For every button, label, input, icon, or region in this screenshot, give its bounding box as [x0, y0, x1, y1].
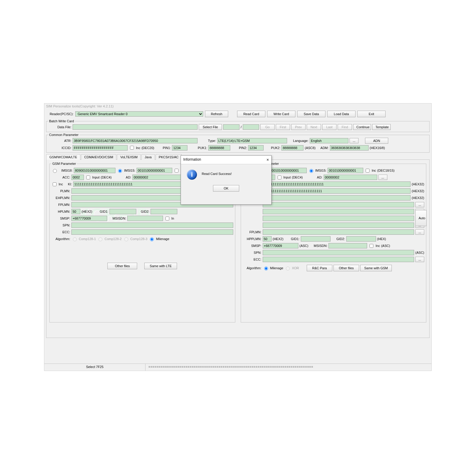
puk2-input[interactable]	[281, 145, 303, 151]
lte-fplmn-more-button[interactable]: ...	[415, 229, 424, 235]
save-data-button[interactable]: Save Data	[297, 111, 325, 117]
template-button[interactable]: Template	[372, 124, 391, 130]
gsm-ki-inc-checkbox[interactable]	[53, 182, 57, 186]
tab-java[interactable]: Java	[141, 154, 155, 160]
puk1-label: PUK1:	[189, 146, 207, 150]
lte-msisdn-input[interactable]	[328, 243, 367, 248]
gsm-ad-input[interactable]	[132, 175, 183, 180]
gsm-msisdn-inc-checkbox[interactable]	[165, 217, 169, 220]
iccid-inc-checkbox[interactable]	[130, 146, 134, 150]
gsm-comp128-2-radio[interactable]	[98, 237, 102, 241]
pin2-input[interactable]	[248, 145, 264, 151]
lte-msisdn-inc-checkbox[interactable]	[369, 244, 373, 248]
gsm-hplmn-label: HPLMN:	[51, 210, 70, 213]
gsm-hplmn-input[interactable]	[71, 209, 80, 214]
lte-other-files-button[interactable]: Other files	[333, 265, 359, 271]
lte-imsi15-label: IMSI15:	[315, 169, 327, 172]
lte-imsi15-radio[interactable]	[309, 169, 313, 173]
next-button[interactable]: Next	[307, 124, 321, 130]
tab-gsm-wcdma-lte[interactable]: GSM/WCDMA/LTE	[46, 154, 80, 160]
lte-blank2-input[interactable]	[263, 202, 414, 207]
gsm-input-checkbox[interactable]	[86, 176, 90, 179]
gsm-milenage-radio[interactable]	[150, 237, 154, 241]
first-button[interactable]: First	[276, 124, 290, 130]
lte-blank1-input[interactable]	[263, 195, 411, 201]
language-more-button[interactable]: ...	[350, 138, 358, 143]
lte-same-with-gsm-button[interactable]: Same with GSM	[360, 265, 392, 271]
gsm-spn-input[interactable]	[71, 223, 233, 228]
lte-ad-input[interactable]	[324, 175, 377, 180]
dialog-close-button[interactable]: ×	[267, 157, 269, 162]
adn-button[interactable]: ADN	[365, 138, 388, 144]
reader-select[interactable]: Generic EMV Smartcard Reader 0	[75, 111, 203, 117]
lte-opc-input[interactable]	[263, 188, 411, 194]
gsm-imsi18-radio[interactable]	[53, 169, 57, 173]
tab-pkcs15-ac[interactable]: PKCS#15/AC	[156, 154, 182, 160]
gsm-same-with-lte-button[interactable]: Same with LTE	[144, 263, 177, 269]
type-input[interactable]	[217, 138, 287, 143]
write-card-button[interactable]: Write Card	[267, 111, 295, 117]
lte-imsi15-input[interactable]	[328, 168, 363, 173]
read-card-button[interactable]: Read Card	[237, 111, 265, 117]
datafile-input[interactable]	[73, 124, 198, 130]
lte-milenage-radio[interactable]	[264, 267, 268, 270]
lte-hpplmn-input[interactable]	[263, 236, 272, 242]
exit-button[interactable]: Exit	[357, 111, 386, 117]
auto-button[interactable]: Auto	[415, 210, 427, 226]
lte-xor-radio[interactable]	[286, 267, 290, 270]
gsm-msisdn-input[interactable]	[127, 216, 163, 221]
gsm-msisdn-inc-label: In	[171, 217, 174, 220]
prev-button[interactable]: Prev	[291, 124, 306, 130]
go-button[interactable]: Go	[260, 124, 275, 130]
pin1-input[interactable]	[172, 145, 187, 151]
adm-input[interactable]	[330, 145, 369, 151]
atr-input[interactable]	[73, 138, 198, 143]
lte-gid2-input[interactable]	[346, 236, 376, 242]
lte-blank5-input[interactable]	[263, 223, 414, 228]
datafile-label: Data File:	[48, 125, 71, 129]
lte-blank4-input[interactable]	[263, 216, 414, 221]
dialog-ok-button[interactable]: OK	[213, 185, 239, 192]
language-input[interactable]	[310, 138, 348, 143]
load-data-button[interactable]: Load Data	[327, 111, 356, 117]
lte-ecc-input[interactable]	[263, 257, 414, 262]
lte-ad-more-button[interactable]: ...	[378, 175, 387, 180]
tab-cdma-evdo-csim[interactable]: CDMA/EVDO/CSIM	[81, 154, 116, 160]
lte-more1-button[interactable]: ...	[415, 202, 424, 207]
gsm-ecc-input[interactable]	[71, 229, 233, 235]
lte-spn-input[interactable]	[263, 250, 414, 255]
lte-input-checkbox[interactable]	[278, 176, 281, 179]
lte-imsi-inc-checkbox[interactable]	[366, 169, 369, 173]
gsm-imsi15-radio[interactable]	[118, 169, 122, 173]
continue-button[interactable]: Continue	[353, 124, 371, 130]
gsm-imsi15-input[interactable]	[137, 168, 172, 173]
iccid-input[interactable]	[73, 145, 128, 151]
gsm-imsi-inc-checkbox[interactable]	[175, 169, 178, 173]
gsm-acc-input[interactable]	[71, 175, 84, 180]
gsm-other-files-button[interactable]: Other files	[107, 263, 137, 269]
gsm-imsi18-input[interactable]	[74, 168, 115, 173]
puk1-input[interactable]	[208, 145, 230, 151]
lte-smsp-input[interactable]	[263, 243, 298, 248]
gsm-smsp-input[interactable]	[71, 216, 107, 221]
gsm-gid2-input[interactable]	[151, 209, 177, 214]
lte-msisdn-asc: (ASC)	[381, 244, 390, 248]
language-label: Language:	[288, 139, 309, 143]
rc-para-button[interactable]: R&C Para	[307, 265, 332, 271]
lte-gid1-input[interactable]	[301, 236, 331, 242]
gsm-msisdn-label: MSISDN:	[108, 217, 126, 220]
last-button[interactable]: Last	[322, 124, 336, 130]
lte-ki-input[interactable]	[264, 181, 411, 187]
lte-ecc-more-button[interactable]: ...	[415, 257, 424, 262]
refresh-button[interactable]: Refresh	[205, 111, 228, 117]
gsm-comp128-3-radio[interactable]	[124, 237, 128, 241]
gsm-gid1-input[interactable]	[109, 209, 136, 214]
tab-volte-isim[interactable]: VoLTE/ISIM	[117, 154, 141, 160]
find-button[interactable]: Find	[338, 124, 352, 130]
lte-blank3-input[interactable]	[263, 209, 414, 214]
gsm-comp128-1-radio[interactable]	[73, 237, 77, 241]
batch-total-input[interactable]	[243, 124, 259, 130]
lte-fplmn-input[interactable]	[263, 229, 414, 235]
select-file-button[interactable]: Select File	[199, 124, 222, 130]
batch-current-input[interactable]	[223, 124, 239, 130]
